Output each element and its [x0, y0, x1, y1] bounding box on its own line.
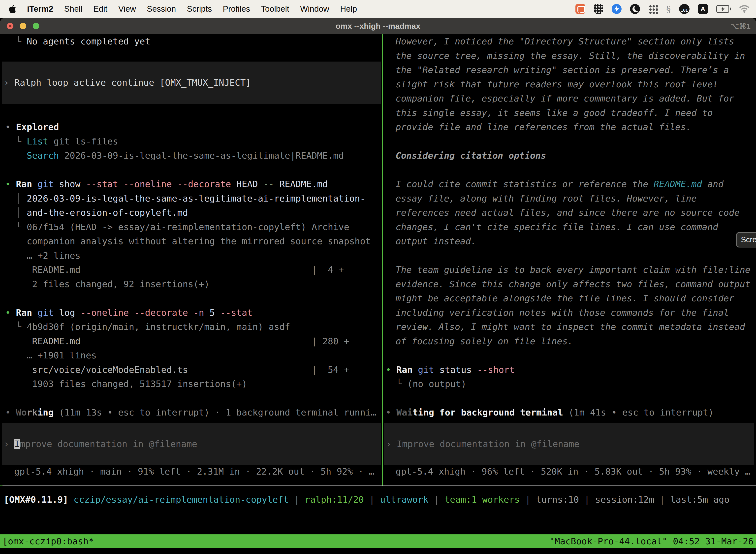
terminal-content: └ No agents completed yet • Explored └ L… — [0, 34, 756, 554]
git-log-output-line: … +1901 lines — [0, 348, 382, 363]
explored-search-line: Search 2026-03-09-is-legal-the-same-as-l… — [0, 149, 382, 163]
git-show-command-line: • Ran git show --stat --oneline --decora… — [0, 177, 382, 191]
iterm2-window: omx --xhigh --madmax ⌥⌘1 └ No agents com… — [0, 18, 756, 554]
agents-note-line: └ No agents completed yet — [0, 34, 382, 49]
window-title: omx --xhigh --madmax — [335, 21, 420, 31]
left-model-status: gpt-5.4 xhigh · main · 91% left · 2.31M … — [5, 464, 374, 479]
menu-item-window[interactable]: Window — [300, 4, 329, 14]
git-log-output-line: └ 4b9d30f (origin/main, instructkr/main,… — [0, 320, 382, 334]
menu-item-profiles[interactable]: Profiles — [223, 4, 250, 14]
window-title-bar[interactable]: omx --xhigh --madmax ⌥⌘1 — [0, 18, 756, 34]
reasoning-paragraph-line: including verification notes with those … — [386, 306, 756, 320]
blank-line — [0, 163, 382, 177]
ralph-inject-box: › Ralph loop active continue [OMX_TMUX_I… — [2, 62, 381, 104]
blank-line — [386, 248, 756, 263]
wifi-icon[interactable] — [739, 5, 750, 13]
git-show-output-line: └ 067f154 (HEAD -> essay/ai-reimplementa… — [0, 220, 382, 234]
reasoning-paragraph-line: evidence. Since this change only affects… — [386, 277, 756, 291]
battery-icon[interactable] — [716, 5, 731, 13]
traffic-lights — [7, 18, 39, 34]
reasoning-paragraph-line: this single essay, it seems like a good … — [386, 106, 756, 120]
reasoning-paragraph-line: companion file, especially if more comme… — [386, 91, 756, 106]
blank-line — [386, 163, 756, 177]
omx-status-bar: [OMX#0.11.9] cczip/essay/ai-reimplementa… — [0, 492, 730, 507]
crescent-circle-icon[interactable] — [630, 4, 640, 14]
reasoning-paragraph-line: essay file, along with finding root file… — [386, 191, 756, 206]
shield-grid-icon[interactable] — [594, 4, 603, 14]
reasoning-paragraph-line: output instead. — [386, 234, 756, 248]
right-pane: However, I noticed the "Directory Struct… — [386, 34, 756, 420]
menu-item-session[interactable]: Session — [147, 4, 176, 14]
blank-line — [0, 391, 382, 405]
left-prompt-text: › Improve documentation in @filename — [2, 437, 197, 451]
menu-item-scripts[interactable]: Scripts — [187, 4, 212, 14]
menu-bar-left: iTerm2 Shell Edit View Session Scripts P… — [0, 4, 357, 14]
git-log-output-line: 1903 files changed, 513517 insertions(+) — [0, 377, 382, 391]
separator-green-segment — [0, 486, 2, 486]
blank-line — [0, 291, 382, 306]
left-prompt-input[interactable]: › Improve documentation in @filename — [2, 423, 381, 465]
reasoning-paragraph-line: the "Related research writing" section i… — [386, 63, 756, 77]
squiggle-icon[interactable]: § — [666, 4, 671, 14]
reasoning-paragraph-line: review. Also, I might want to inspect th… — [386, 320, 756, 334]
reasoning-paragraph-line: slight risk that future readers may over… — [386, 77, 756, 92]
git-log-output-line: src/voice/voiceModeEnabled.ts | 54 + — [0, 363, 382, 377]
ralph-inject-line: › Ralph loop active continue [OMX_TMUX_I… — [2, 75, 251, 90]
working-status-line: • Working (11m 13s • esc to interrupt) ·… — [0, 405, 382, 420]
reasoning-paragraph-line: changes, I can't cite specific file line… — [386, 220, 756, 234]
menu-item-view[interactable]: View — [118, 4, 136, 14]
waiting-status-line: • Waiting for background terminal (1m 41… — [386, 405, 756, 420]
menu-item-edit[interactable]: Edit — [93, 4, 107, 14]
explored-header-line: • Explored — [0, 120, 382, 134]
reasoning-paragraph-line: the source tree, missing the essay. Stil… — [386, 49, 756, 63]
apple-menu-icon[interactable] — [8, 4, 16, 14]
menu-item-help[interactable]: Help — [340, 4, 357, 14]
tmux-status-bar: [omx-cczip0:bash* "MacBook-Pro-44.local"… — [0, 535, 756, 548]
reasoning-paragraph-line: However, I noticed the "Directory Struct… — [386, 34, 756, 49]
git-show-filename-line: │ 2026-03-09-is-legal-the-same-as-legiti… — [0, 191, 382, 206]
right-prompt-text: › Improve documentation in @filename — [384, 437, 579, 451]
blue-bolt-icon[interactable] — [612, 4, 622, 14]
tmux-session-label: [omx-cczip0:bash* — [2, 535, 94, 548]
git-status-command-line: • Ran git status --short — [386, 363, 756, 377]
blank-line — [386, 348, 756, 363]
reasoning-paragraph-line: of focusing solely on file lines. — [386, 334, 756, 348]
pane-divider[interactable] — [382, 34, 383, 486]
explored-list-line: └ List git ls-files — [0, 134, 382, 149]
menu-bar-status-icons: § ..61 A — [575, 4, 756, 14]
blank-line — [386, 391, 756, 405]
tmux-host-clock: "MacBook-Pro-44.local" 04:52 31-Mar-26 — [549, 535, 754, 548]
zoom-button[interactable] — [33, 23, 39, 29]
input-source-icon[interactable]: A — [698, 4, 708, 14]
git-show-output-line: companion analysis without altering the … — [0, 234, 382, 248]
reasoning-paragraph-line: I could cite commit statistics or refere… — [386, 177, 756, 191]
git-log-command-line: • Ran git log --oneline --decorate -n 5 … — [0, 306, 382, 320]
reasoning-paragraph-line: The team guideline is to back every impo… — [386, 263, 756, 277]
separator-line — [0, 486, 756, 486]
git-show-filename-line: │ and-the-erosion-of-copyleft.md — [0, 206, 382, 220]
reasoning-paragraph-line: might be acceptable alongside the file l… — [386, 291, 756, 306]
git-log-output-line: README.md | 280 + — [0, 334, 382, 348]
window-shortcut-badge: ⌥⌘1 — [731, 22, 751, 31]
menu-item-iterm2[interactable]: iTerm2 — [27, 4, 53, 14]
git-show-output-line: README.md | 4 + — [0, 263, 382, 277]
reasoning-heading: Considering citation options — [386, 149, 756, 163]
menu-item-toolbelt[interactable]: Toolbelt — [261, 4, 289, 14]
menu-item-shell[interactable]: Shell — [64, 4, 82, 14]
badge-61-icon[interactable]: ..61 — [679, 4, 690, 14]
git-show-output-line: … +2 lines — [0, 248, 382, 263]
chat-app-icon[interactable] — [575, 4, 585, 14]
minimize-button[interactable] — [20, 23, 26, 29]
screen-tooltip: Scre — [736, 232, 756, 247]
menu-bar: iTerm2 Shell Edit View Session Scripts P… — [0, 0, 756, 18]
git-status-output-line: └ (no output) — [386, 377, 756, 391]
reasoning-paragraph-line: references need actual files, and since … — [386, 206, 756, 220]
blank-line — [386, 134, 756, 149]
right-prompt-input[interactable]: › Improve documentation in @filename — [384, 423, 754, 465]
reasoning-paragraph-line: provide file and line references from th… — [386, 120, 756, 134]
dot-grid-icon[interactable] — [648, 4, 658, 14]
close-button[interactable] — [7, 23, 13, 29]
git-show-output-line: 2 files changed, 92 insertions(+) — [0, 277, 382, 291]
right-model-status: gpt-5.4 xhigh · 96% left · 520K in · 5.8… — [386, 464, 750, 479]
